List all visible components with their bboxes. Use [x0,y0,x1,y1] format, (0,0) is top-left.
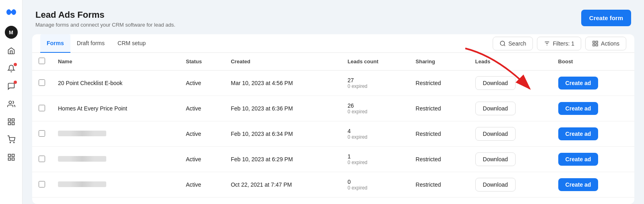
row-1-created: Feb 10, 2023 at 6:36 PM [224,96,341,121]
svg-rect-4 [8,123,10,125]
row-0-checkbox[interactable] [39,79,45,86]
row-4-download-button[interactable]: Download [475,178,516,192]
row-0-created: Mar 10, 2023 at 4:56 PM [224,71,341,96]
row-0-checkbox-cell [32,71,52,96]
main-content: Lead Ads Forms Manage forms and connect … [23,0,644,204]
row-3-name [52,147,180,172]
svg-point-7 [13,142,14,143]
chat-icon[interactable] [4,79,19,94]
svg-rect-2 [8,119,10,121]
svg-rect-9 [12,154,14,157]
row-1-sharing: Restricted [409,96,469,121]
svg-rect-20 [596,44,598,46]
row-3-checkbox[interactable] [39,156,45,162]
row-1-boost-cell: Create ad [552,96,634,121]
leads-expired: 0 expired [347,83,402,89]
row-0-sharing: Restricted [409,71,469,96]
row-3-sharing: Restricted [409,147,469,172]
tab-draft-forms[interactable]: Draft forms [70,34,111,53]
contacts-icon[interactable] [4,97,19,111]
row-2-leads-count: 40 expired [341,121,409,147]
page-title: Lead Ads Forms [35,10,175,20]
actions-icon [592,40,599,47]
leads-expired: 0 expired [347,109,402,114]
svg-point-1 [9,101,12,104]
grid-icon[interactable] [4,150,19,164]
cart-icon[interactable] [4,132,19,147]
row-1-checkbox-cell [32,96,52,121]
col-status: Status [180,53,225,71]
user-avatar[interactable]: M [5,26,18,39]
tabs-bar: Forms Draft forms CRM setup Search [32,34,634,53]
row-1-create-ad-button[interactable]: Create ad [558,102,599,115]
actions-button[interactable]: Actions [585,37,626,50]
svg-rect-18 [596,41,598,43]
row-2-create-ad-button[interactable]: Create ad [558,127,599,140]
leads-expired: 0 expired [347,134,402,140]
row-0-download-button[interactable]: Download [475,76,516,90]
meta-logo [4,5,19,19]
table-header-row: Name Status Created Leads count Sharing … [32,53,634,71]
create-form-button[interactable]: Create form [581,10,631,26]
forms-table: Name Status Created Leads count Sharing … [32,53,634,198]
header-title-group: Lead Ads Forms Manage forms and connect … [35,10,175,28]
table-row: ActiveFeb 10, 2023 at 6:34 PM40 expiredR… [32,121,634,147]
svg-rect-19 [593,44,595,46]
svg-rect-8 [8,154,10,157]
row-4-status: Active [180,172,225,198]
row-1-name: Homes At Every Price Point [52,96,180,121]
leads-count-number: 1 [347,153,402,160]
row-4-sharing: Restricted [409,172,469,198]
row-0-create-ad-button[interactable]: Create ad [558,77,599,90]
table-row: 20 Point Checklist E-bookActiveMar 10, 2… [32,71,634,96]
row-0-boost-cell: Create ad [552,71,634,96]
row-2-checkbox[interactable] [39,130,45,137]
row-3-checkbox-cell [32,147,52,172]
filter-icon [544,40,550,47]
svg-rect-11 [12,158,14,160]
tab-forms[interactable]: Forms [40,34,70,53]
table-row: ActiveOct 22, 2021 at 7:47 PM00 expiredR… [32,172,634,198]
row-4-checkbox-cell [32,172,52,198]
row-0-name: 20 Point Checklist E-book [52,71,180,96]
row-4-checkbox[interactable] [39,181,45,187]
row-0-leads-cell: Download [469,71,552,96]
col-leads: Leads [469,53,552,71]
row-4-created: Oct 22, 2021 at 7:47 PM [224,172,341,198]
home-icon[interactable] [4,44,19,58]
row-4-leads-cell: Download [469,172,552,198]
row-1-checkbox[interactable] [39,105,45,111]
select-all-checkbox[interactable] [39,58,45,64]
row-2-created: Feb 10, 2023 at 6:34 PM [224,121,341,147]
chat-badge [14,81,17,84]
col-created: Created [224,53,341,71]
pages-icon[interactable] [4,114,19,129]
search-icon [500,40,506,47]
row-3-boost-cell: Create ad [552,147,634,172]
search-button[interactable]: Search [493,37,533,50]
row-1-download-button[interactable]: Download [475,102,516,115]
filters-button[interactable]: Filters: 1 [537,37,581,50]
col-leads-count: Leads count [341,53,409,71]
row-4-create-ad-button[interactable]: Create ad [558,178,599,191]
svg-point-13 [500,41,505,46]
row-2-boost-cell: Create ad [552,121,634,147]
row-2-download-button[interactable]: Download [475,127,516,141]
content-panel: Forms Draft forms CRM setup Search [32,34,634,204]
bell-icon[interactable] [4,61,19,76]
table-row: Homes At Every Price PointActiveFeb 10, … [32,96,634,121]
row-2-sharing: Restricted [409,121,469,147]
row-3-download-button[interactable]: Download [475,152,516,166]
leads-expired: 0 expired [347,160,402,165]
forms-table-container: Name Status Created Leads count Sharing … [32,53,634,204]
row-3-created: Feb 10, 2023 at 6:29 PM [224,147,341,172]
leads-count-number: 27 [347,77,402,83]
tab-crm-setup[interactable]: CRM setup [111,34,152,53]
col-sharing: Sharing [409,53,469,71]
leads-count-number: 4 [347,128,402,134]
row-2-checkbox-cell [32,121,52,147]
row-3-status: Active [180,147,225,172]
row-3-create-ad-button[interactable]: Create ad [558,153,599,166]
bell-badge [14,63,17,66]
blurred-name-placeholder [58,181,106,187]
